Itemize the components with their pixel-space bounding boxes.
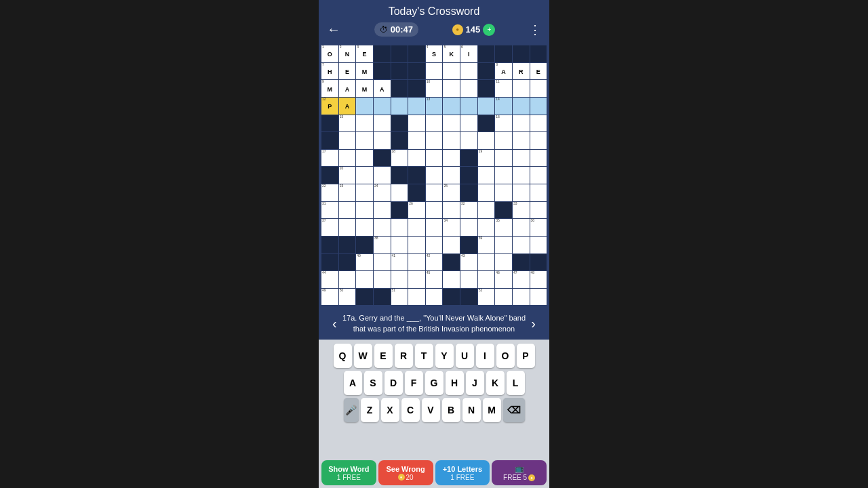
cell-r2c11[interactable]: 8A [495, 63, 512, 80]
key-f[interactable]: F [405, 371, 423, 395]
cell-r14c3[interactable] [356, 271, 373, 288]
cell-r8c7[interactable] [426, 167, 443, 184]
cell-r7c11[interactable] [495, 150, 512, 167]
cell-r14c9[interactable] [460, 271, 477, 288]
key-l[interactable]: L [507, 371, 525, 395]
cell-r11c3[interactable] [356, 219, 373, 236]
cell-r11c12[interactable] [513, 219, 530, 236]
cell-r7c7[interactable] [426, 150, 443, 167]
cell-r15c5[interactable]: 51 [391, 289, 408, 306]
cell-r14c11[interactable]: 46 [495, 271, 512, 288]
cell-r9c3[interactable] [356, 184, 373, 201]
cell-r10c4[interactable] [374, 202, 391, 219]
cell-r11c7[interactable] [426, 219, 443, 236]
cell-r6c2[interactable] [339, 132, 356, 149]
cell-r4c2[interactable]: A [339, 98, 356, 115]
cell-r2c13[interactable]: E [530, 63, 547, 80]
cell-r15c6[interactable] [408, 289, 425, 306]
cell-r11c5[interactable] [391, 219, 408, 236]
cell-r7c5[interactable]: 18 [391, 150, 408, 167]
cell-r9c10[interactable] [478, 184, 495, 201]
cell-r3c8[interactable] [443, 80, 460, 97]
cell-r12c4[interactable]: 38 [374, 237, 391, 253]
key-i[interactable]: I [476, 344, 494, 368]
cell-r15c2[interactable]: 50 [339, 289, 356, 306]
cell-r15c10[interactable]: 52 [478, 289, 495, 306]
cell-r5c4[interactable] [374, 115, 391, 132]
cell-r8c11[interactable] [495, 167, 512, 184]
key-p[interactable]: P [517, 344, 535, 368]
cell-r7c10[interactable]: 19 [478, 150, 495, 167]
cell-r11c10[interactable] [478, 219, 495, 236]
cell-r12c11[interactable] [495, 237, 512, 253]
cell-r15c12[interactable] [513, 289, 530, 306]
cell-r6c6[interactable] [408, 132, 425, 149]
key-e[interactable]: E [374, 344, 393, 368]
cell-r4c7[interactable]: 13 [426, 98, 443, 115]
key-y[interactable]: Y [435, 344, 454, 368]
cell-r13c5[interactable]: 41 [391, 254, 408, 271]
cell-r12c6[interactable] [408, 237, 425, 253]
cell-r12c7[interactable] [426, 237, 443, 253]
cell-r8c10[interactable] [478, 167, 495, 184]
cell-r8c3[interactable] [356, 167, 373, 184]
key-g[interactable]: G [425, 371, 443, 395]
key-u[interactable]: U [456, 344, 474, 368]
cell-r9c2[interactable]: 23 [339, 184, 356, 201]
cell-r8c13[interactable] [530, 167, 547, 184]
key-a[interactable]: A [344, 371, 362, 395]
cell-r4c5[interactable] [391, 98, 408, 115]
cell-r10c1[interactable]: 31 [321, 202, 338, 219]
cell-r6c11[interactable] [495, 132, 512, 149]
cell-r13c7[interactable]: 42 [426, 254, 443, 271]
cell-r10c7[interactable] [426, 202, 443, 219]
cell-r2c7[interactable] [426, 63, 443, 80]
cell-r10c12[interactable]: 33 [513, 202, 530, 219]
key-t[interactable]: T [415, 344, 433, 368]
key-mic[interactable]: 🎤 [344, 398, 359, 422]
cell-r5c12[interactable] [513, 115, 530, 132]
cell-r2c8[interactable] [443, 63, 460, 80]
back-button[interactable]: ← [327, 22, 340, 37]
cell-r6c3[interactable] [356, 132, 373, 149]
cell-r14c4[interactable] [374, 271, 391, 288]
cell-r10c8[interactable] [443, 202, 460, 219]
key-n[interactable]: N [462, 398, 481, 422]
cell-r12c10[interactable]: 39 [478, 237, 495, 253]
cell-r9c8[interactable]: 25 [443, 184, 460, 201]
cell-r12c5[interactable] [391, 237, 408, 253]
cell-r14c13[interactable]: 48 [530, 271, 547, 288]
cell-r4c12[interactable] [513, 98, 530, 115]
cell-r14c2[interactable] [339, 271, 356, 288]
cell-r6c8[interactable] [443, 132, 460, 149]
cell-r11c11[interactable]: 35 [495, 219, 512, 236]
key-d[interactable]: D [384, 371, 403, 395]
cell-r8c2[interactable]: 20 [339, 167, 356, 184]
cell-r13c9[interactable]: 43 [460, 254, 477, 271]
key-h[interactable]: H [446, 371, 464, 395]
cell-r8c12[interactable] [513, 167, 530, 184]
cell-r9c12[interactable] [513, 184, 530, 201]
cell-r12c12[interactable] [513, 237, 530, 253]
cell-r10c2[interactable] [339, 202, 356, 219]
cell-r9c1[interactable]: 22 [321, 184, 338, 201]
cell-r15c13[interactable] [530, 289, 547, 306]
cell-r10c10[interactable] [478, 202, 495, 219]
cell-r4c3[interactable] [356, 98, 373, 115]
cell-r5c6[interactable] [408, 115, 425, 132]
cell-r7c1[interactable]: 17 [321, 150, 338, 167]
cell-r13c6[interactable] [408, 254, 425, 271]
cell-r14c6[interactable] [408, 271, 425, 288]
cell-r4c1[interactable]: 12P [321, 98, 338, 115]
crossword-area[interactable]: 1O 2N 3E 4S 5K 6I 7H E M 8A R [319, 43, 549, 308]
cell-r5c8[interactable] [443, 115, 460, 132]
cell-r4c8[interactable] [443, 98, 460, 115]
cell-r6c10[interactable] [478, 132, 495, 149]
cell-r9c7[interactable] [426, 184, 443, 201]
cell-r1c1[interactable]: 1O [321, 45, 338, 62]
key-r[interactable]: R [395, 344, 413, 368]
cell-r3c9[interactable] [460, 80, 477, 97]
more-button[interactable]: ⋮ [529, 22, 541, 37]
cell-r5c3[interactable] [356, 115, 373, 132]
cell-r15c11[interactable] [495, 289, 512, 306]
